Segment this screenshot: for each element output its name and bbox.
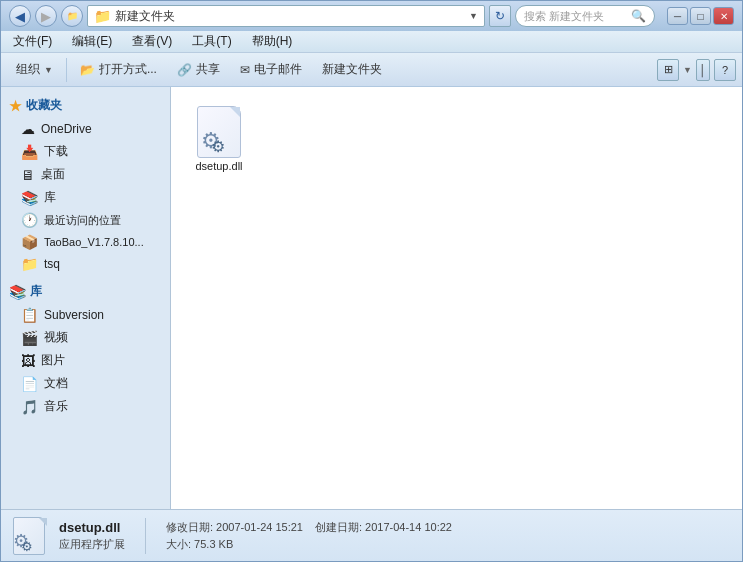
status-info: dsetup.dll 应用程序扩展 bbox=[59, 520, 125, 552]
sidebar-item-video[interactable]: 🎬 视频 bbox=[1, 326, 170, 349]
recent-icon: 🕐 bbox=[21, 212, 38, 228]
pane-toggle-button[interactable]: │ bbox=[696, 59, 710, 81]
sidebar-item-documents[interactable]: 📄 文档 bbox=[1, 372, 170, 395]
organize-label: 组织 bbox=[16, 61, 40, 78]
subversion-icon: 📋 bbox=[21, 307, 38, 323]
sidebar-item-desktop[interactable]: 🖥 桌面 bbox=[1, 163, 170, 186]
file-grid: ⚙ ⚙ dsetup.dll bbox=[183, 99, 730, 179]
menu-tools[interactable]: 工具(T) bbox=[188, 31, 235, 52]
maximize-button[interactable]: □ bbox=[690, 7, 711, 25]
sidebar: ★ 收藏夹 ☁ OneDrive 📥 下载 🖥 桌面 📚 库 bbox=[1, 87, 171, 509]
address-dropdown-icon[interactable]: ▼ bbox=[469, 11, 478, 21]
sidebar-item-taobao[interactable]: 📦 TaoBao_V1.7.8.10... bbox=[1, 231, 170, 253]
status-created: 创建日期: 2017-04-14 10:22 bbox=[315, 520, 452, 535]
file-icon-dsetup: ⚙ ⚙ bbox=[193, 106, 245, 158]
library-header-icon: 📚 bbox=[9, 284, 26, 300]
status-file-icon: ⚙ ⚙ bbox=[11, 518, 47, 554]
email-label: 电子邮件 bbox=[254, 61, 302, 78]
video-icon: 🎬 bbox=[21, 330, 38, 346]
menu-file[interactable]: 文件(F) bbox=[9, 31, 56, 52]
documents-icon: 📄 bbox=[21, 376, 38, 392]
sidebar-item-taobao-label: TaoBao_V1.7.8.10... bbox=[44, 236, 144, 248]
gear2-icon: ⚙ bbox=[211, 137, 225, 156]
search-placeholder-text: 搜索 新建文件夹 bbox=[524, 9, 627, 24]
sidebar-item-desktop-label: 桌面 bbox=[41, 166, 65, 183]
share-button[interactable]: 🔗 共享 bbox=[168, 56, 229, 84]
open-with-button[interactable]: 📂 打开方式... bbox=[71, 56, 166, 84]
tsq-icon: 📁 bbox=[21, 256, 38, 272]
status-size: 大小: 75.3 KB bbox=[166, 537, 303, 552]
menu-help[interactable]: 帮助(H) bbox=[248, 31, 297, 52]
toolbar-divider-1 bbox=[66, 58, 67, 82]
new-folder-button[interactable]: 新建文件夹 bbox=[313, 56, 391, 84]
status-filetype: 应用程序扩展 bbox=[59, 537, 125, 552]
sidebar-item-pictures-label: 图片 bbox=[41, 352, 65, 369]
email-icon: ✉ bbox=[240, 63, 250, 77]
sidebar-item-pictures[interactable]: 🖼 图片 bbox=[1, 349, 170, 372]
refresh-button[interactable]: ↻ bbox=[489, 5, 511, 27]
downloads-icon: 📥 bbox=[21, 144, 38, 160]
sidebar-item-subversion[interactable]: 📋 Subversion bbox=[1, 304, 170, 326]
back-button[interactable]: ◀ bbox=[9, 5, 31, 27]
library-header: 📚 库 bbox=[1, 279, 170, 304]
menu-edit[interactable]: 编辑(E) bbox=[68, 31, 116, 52]
address-text: 新建文件夹 bbox=[115, 8, 465, 25]
search-icon: 🔍 bbox=[631, 9, 646, 23]
sidebar-item-music-label: 音乐 bbox=[44, 398, 68, 415]
file-item-dsetup[interactable]: ⚙ ⚙ dsetup.dll bbox=[183, 99, 255, 179]
organize-button[interactable]: 组织 ▼ bbox=[7, 56, 62, 84]
library-header-label: 库 bbox=[30, 283, 42, 300]
view-dropdown-icon[interactable]: ▼ bbox=[683, 65, 692, 75]
status-modified: 修改日期: 2007-01-24 15:21 bbox=[166, 520, 303, 535]
sidebar-item-library-label: 库 bbox=[44, 189, 56, 206]
sidebar-item-subversion-label: Subversion bbox=[44, 308, 104, 322]
help-button[interactable]: ? bbox=[714, 59, 736, 81]
email-button[interactable]: ✉ 电子邮件 bbox=[231, 56, 311, 84]
sidebar-item-downloads[interactable]: 📥 下载 bbox=[1, 140, 170, 163]
titlebar: ◀ ▶ 📁 📁 新建文件夹 ▼ ↻ 搜索 新建文件夹 🔍 ─ □ ✕ bbox=[1, 1, 742, 31]
favorites-header: ★ 收藏夹 bbox=[1, 93, 170, 118]
music-icon: 🎵 bbox=[21, 399, 38, 415]
desktop-icon: 🖥 bbox=[21, 167, 35, 183]
view-mode-button[interactable]: ⊞ bbox=[657, 59, 679, 81]
new-folder-label: 新建文件夹 bbox=[322, 61, 382, 78]
sidebar-item-documents-label: 文档 bbox=[44, 375, 68, 392]
forward-button[interactable]: ▶ bbox=[35, 5, 57, 27]
sidebar-item-onedrive[interactable]: ☁ OneDrive bbox=[1, 118, 170, 140]
sidebar-item-recent[interactable]: 🕐 最近访问的位置 bbox=[1, 209, 170, 231]
toolbar-right: ⊞ ▼ │ ? bbox=[657, 59, 736, 81]
sidebar-item-tsq[interactable]: 📁 tsq bbox=[1, 253, 170, 275]
window-controls: ─ □ ✕ bbox=[667, 7, 734, 25]
sidebar-item-music[interactable]: 🎵 音乐 bbox=[1, 395, 170, 418]
menu-view[interactable]: 查看(V) bbox=[128, 31, 176, 52]
open-with-icon: 📂 bbox=[80, 63, 95, 77]
status-divider bbox=[145, 518, 146, 554]
sidebar-item-tsq-label: tsq bbox=[44, 257, 60, 271]
onedrive-icon: ☁ bbox=[21, 121, 35, 137]
statusbar: ⚙ ⚙ dsetup.dll 应用程序扩展 修改日期: 2007-01-24 1… bbox=[1, 509, 742, 561]
open-with-label: 打开方式... bbox=[99, 61, 157, 78]
address-folder-icon: 📁 bbox=[94, 8, 111, 24]
search-bar[interactable]: 搜索 新建文件夹 🔍 bbox=[515, 5, 655, 27]
sidebar-item-library[interactable]: 📚 库 bbox=[1, 186, 170, 209]
close-button[interactable]: ✕ bbox=[713, 7, 734, 25]
status-detail-group: 修改日期: 2007-01-24 15:21 大小: 75.3 KB bbox=[166, 520, 303, 552]
library-section: 📚 库 📋 Subversion 🎬 视频 🖼 图片 📄 文档 bbox=[1, 279, 170, 418]
file-label-dsetup: dsetup.dll bbox=[195, 160, 242, 172]
toolbar: 组织 ▼ 📂 打开方式... 🔗 共享 ✉ 电子邮件 新建文件夹 ⊞ ▼ │ ? bbox=[1, 53, 742, 87]
main-area: ★ 收藏夹 ☁ OneDrive 📥 下载 🖥 桌面 📚 库 bbox=[1, 87, 742, 509]
favorites-section: ★ 收藏夹 ☁ OneDrive 📥 下载 🖥 桌面 📚 库 bbox=[1, 93, 170, 275]
sidebar-item-recent-label: 最近访问的位置 bbox=[44, 213, 121, 228]
content-area: ⚙ ⚙ dsetup.dll bbox=[171, 87, 742, 509]
up-button[interactable]: 📁 bbox=[61, 5, 83, 27]
status-details: 修改日期: 2007-01-24 15:21 大小: 75.3 KB 创建日期:… bbox=[166, 520, 452, 552]
sidebar-item-onedrive-label: OneDrive bbox=[41, 122, 92, 136]
address-bar[interactable]: 📁 新建文件夹 ▼ bbox=[87, 5, 485, 27]
organize-dropdown-icon: ▼ bbox=[44, 65, 53, 75]
sidebar-item-video-label: 视频 bbox=[44, 329, 68, 346]
minimize-button[interactable]: ─ bbox=[667, 7, 688, 25]
favorites-star-icon: ★ bbox=[9, 98, 22, 114]
favorites-label: 收藏夹 bbox=[26, 97, 62, 114]
status-filename: dsetup.dll bbox=[59, 520, 125, 535]
status-gear2-icon: ⚙ bbox=[21, 539, 33, 554]
